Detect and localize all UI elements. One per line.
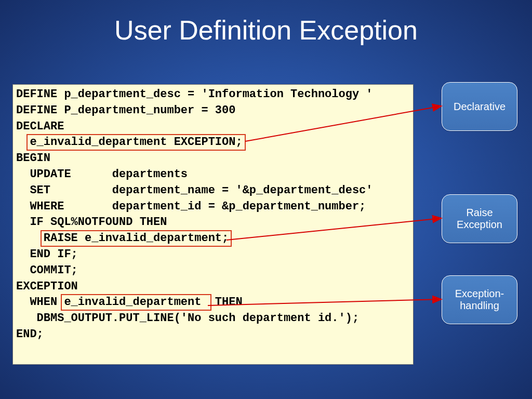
- label-exception-handling: Exception-handling: [442, 275, 517, 324]
- highlight-raise-exception: RAISE e_invalid_department;: [41, 230, 232, 247]
- slide: User Definition Exception DEFINE p_depar…: [0, 0, 532, 399]
- code-block: DEFINE p_department_desc = 'Information …: [12, 84, 414, 365]
- code-line: BEGIN: [16, 152, 50, 165]
- label-raise-exception: Raise Exception: [442, 194, 517, 243]
- code-line: WHEN: [16, 296, 64, 309]
- highlight-when-exception: e_invalid_department: [61, 294, 211, 311]
- code-line: DECLARE: [16, 120, 64, 133]
- code-line: SET department_name = '&p_department_des…: [16, 184, 373, 197]
- code-line: END;: [16, 328, 44, 341]
- code-line: COMMIT;: [16, 264, 78, 277]
- code-line: WHERE department_id = &p_department_numb…: [16, 200, 366, 213]
- code-line: DEFINE P_department_number = 300: [16, 104, 235, 117]
- code-line: END IF;: [16, 248, 78, 261]
- slide-title: User Definition Exception: [0, 15, 532, 46]
- label-declarative: Declarative: [442, 82, 517, 131]
- code-line: UPDATE departments: [16, 168, 188, 181]
- code-line: DEFINE p_department_desc = 'Information …: [16, 88, 373, 101]
- code-line: EXCEPTION: [16, 280, 78, 293]
- code-line: DBMS_OUTPUT.PUT_LINE('No such department…: [16, 312, 359, 325]
- code-line: IF SQL%NOTFOUND THEN: [16, 216, 167, 229]
- code-line: THEN: [208, 296, 243, 309]
- highlight-declare-exception: e_invalid_department EXCEPTION;: [26, 134, 245, 151]
